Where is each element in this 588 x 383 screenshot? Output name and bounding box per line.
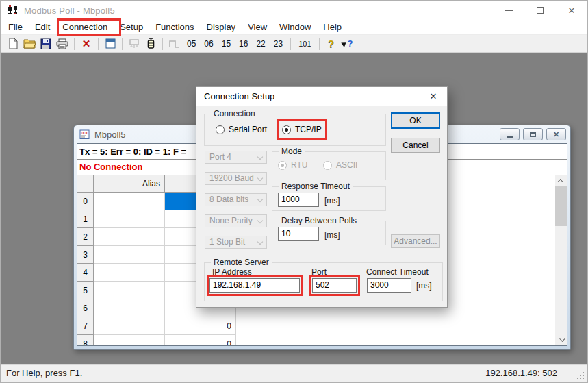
- delay-unit: [ms]: [324, 230, 340, 240]
- status-bar: For Help, press F1. 192.168.1.49: 502: [1, 364, 587, 382]
- mdi-minimize-button[interactable]: [500, 128, 520, 140]
- delete-button[interactable]: ✕: [79, 36, 94, 51]
- save-icon: [40, 38, 51, 49]
- menu-connection[interactable]: Connection: [56, 20, 114, 35]
- menu-help[interactable]: Help: [317, 20, 348, 35]
- function-06-button[interactable]: 06: [201, 36, 216, 51]
- alias-cell[interactable]: [94, 299, 165, 317]
- help-icon: ?: [328, 38, 334, 49]
- radio-icon: [323, 161, 332, 170]
- row-number: 3: [77, 246, 94, 264]
- menu-functions[interactable]: Functions: [149, 20, 200, 35]
- radio-selected-icon: [282, 125, 291, 134]
- new-file-button[interactable]: [5, 36, 21, 51]
- delay-input[interactable]: 10: [278, 227, 319, 241]
- menu-window[interactable]: Window: [273, 20, 317, 35]
- chevron-down-icon: [257, 175, 263, 181]
- toolbar-separator: [98, 38, 99, 50]
- stop-bits-select: 1 Stop Bit: [205, 236, 267, 249]
- menu-setup[interactable]: Setup: [114, 20, 149, 35]
- communication-traffic-icon: [146, 38, 156, 49]
- ip-address-input[interactable]: 192.168.1.49: [209, 278, 300, 293]
- chevron-up-icon: [557, 179, 563, 184]
- dialog-body: Connection Serial Port TCP/IP OK Cancel …: [196, 106, 447, 307]
- alias-cell[interactable]: [94, 282, 165, 299]
- connect-timeout-input[interactable]: 3000: [367, 278, 411, 293]
- ok-button[interactable]: OK: [391, 112, 440, 129]
- value-cell[interactable]: 0: [165, 335, 236, 345]
- function-23-button[interactable]: 23: [270, 36, 286, 51]
- help-button[interactable]: ?: [324, 36, 339, 51]
- tcpip-radio[interactable]: TCP/IP: [282, 125, 322, 134]
- title-bar: Modbus Poll - Mbpoll5 ✕: [1, 1, 587, 20]
- alias-header-cell[interactable]: Alias: [94, 175, 165, 193]
- scroll-down-button[interactable]: [555, 334, 567, 345]
- status-connection-endpoint: 192.168.1.49: 502: [413, 365, 587, 382]
- minimize-icon: [505, 10, 513, 11]
- connect-button: [127, 36, 142, 51]
- serial-port-radio[interactable]: Serial Port: [216, 125, 267, 134]
- function-15-button[interactable]: 15: [218, 36, 234, 51]
- function-16-button[interactable]: 16: [235, 36, 251, 51]
- connect-timeout-unit: [ms]: [416, 281, 432, 291]
- response-timeout-unit: [ms]: [324, 196, 340, 206]
- alias-cell[interactable]: [94, 264, 165, 282]
- menu-file[interactable]: File: [2, 20, 29, 35]
- advanced-button: Advanced...: [391, 234, 440, 248]
- mode-group-label: Mode: [279, 147, 305, 156]
- data-bits-select: 8 Data bits: [205, 193, 267, 206]
- modbus-poll-window: Modbus Poll - Mbpoll5 ✕ File Edit Connec…: [0, 0, 588, 383]
- connection-group: Connection Serial Port TCP/IP: [204, 114, 386, 146]
- context-help-icon: [341, 40, 348, 47]
- alias-cell[interactable]: [94, 246, 165, 264]
- display-setup-icon: [105, 38, 116, 49]
- communication-traffic-button[interactable]: [143, 36, 158, 51]
- mdi-restore-button[interactable]: [523, 128, 543, 140]
- scrollbar-thumb[interactable]: [555, 186, 567, 226]
- dialog-close-button[interactable]: ✕: [420, 87, 447, 106]
- scroll-up-button[interactable]: [555, 175, 567, 186]
- resize-grip-icon[interactable]: [583, 372, 584, 373]
- cancel-button[interactable]: Cancel: [391, 138, 440, 153]
- print-button[interactable]: [55, 36, 70, 51]
- row-number: 8: [77, 335, 94, 345]
- mode-group: Mode RTU ASCII: [272, 151, 386, 180]
- minimize-button[interactable]: [493, 1, 524, 20]
- alias-cell[interactable]: [94, 193, 165, 210]
- display-setup-button[interactable]: [103, 36, 118, 51]
- alias-cell[interactable]: [94, 317, 165, 335]
- rtu-radio: RTU: [278, 160, 307, 170]
- alias-cell[interactable]: [94, 335, 165, 345]
- maximize-button[interactable]: [524, 1, 556, 20]
- port-label: Port: [311, 267, 327, 277]
- alias-cell[interactable]: [94, 210, 165, 228]
- vertical-scrollbar[interactable]: [555, 175, 567, 345]
- value-cell[interactable]: 0: [165, 317, 236, 335]
- close-button[interactable]: ✕: [556, 1, 587, 20]
- remote-server-group: Remote Server IP Address 192.168.1.49 Po…: [204, 262, 443, 301]
- save-button[interactable]: [38, 36, 53, 51]
- menu-display[interactable]: Display: [201, 20, 242, 35]
- response-timeout-label: Response Timeout: [279, 182, 353, 191]
- alias-cell[interactable]: [94, 228, 165, 246]
- ip-address-annotation: [207, 275, 303, 296]
- open-file-icon: [23, 38, 36, 49]
- delay-group: Delay Between Polls 10 [ms]: [272, 221, 386, 245]
- chevron-down-icon: [257, 239, 263, 245]
- response-timeout-input[interactable]: 1000: [278, 193, 319, 207]
- function-05-button[interactable]: 05: [183, 36, 199, 51]
- context-help-button[interactable]: ?: [340, 36, 355, 51]
- delete-icon: ✕: [82, 38, 91, 49]
- menu-view[interactable]: View: [242, 20, 273, 35]
- table-row: 80: [77, 335, 567, 345]
- row-number: 6: [77, 299, 94, 317]
- port-input[interactable]: 502: [312, 278, 357, 293]
- ip-address-label: IP Address: [212, 267, 252, 277]
- function-22-button[interactable]: 22: [253, 36, 268, 51]
- mdi-close-button[interactable]: ✕: [546, 128, 566, 140]
- print-icon: [56, 38, 68, 49]
- menu-edit[interactable]: Edit: [29, 20, 56, 35]
- function-101-button[interactable]: 101: [295, 36, 314, 51]
- open-file-button[interactable]: [22, 36, 37, 51]
- row-number: 5: [77, 282, 94, 299]
